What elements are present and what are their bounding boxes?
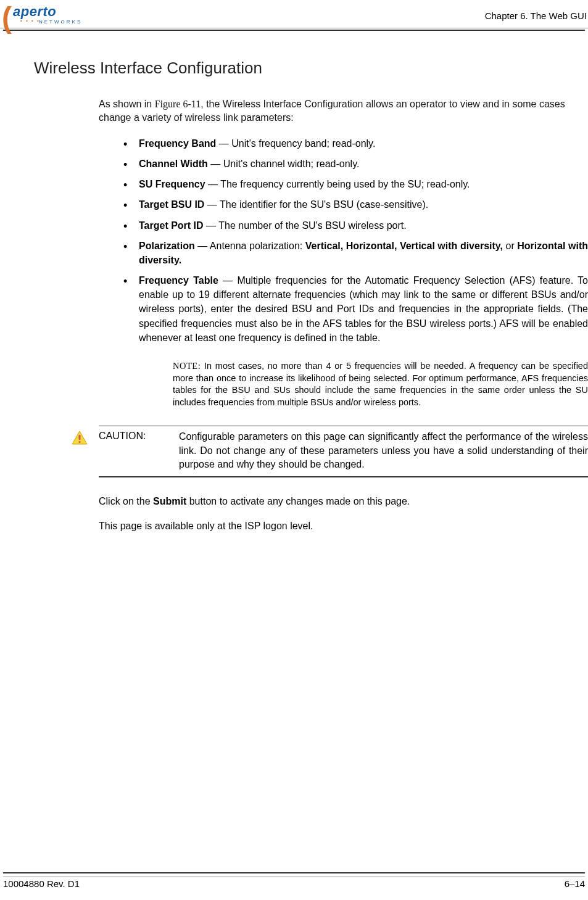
param-name: Target Port ID [139, 220, 204, 231]
page-number: 6–14 [565, 878, 585, 889]
note-block: NOTE: In most cases, no more than 4 or 5… [173, 360, 588, 408]
logo-container: ( aperto • • • • NETWORKS [3, 3, 71, 28]
intro-prefix: As shown in [99, 99, 155, 109]
logo-paren-icon: ( [2, 1, 12, 35]
param-polarization: Polarization — Antenna polarization: Ver… [123, 239, 588, 267]
svg-point-1 [78, 441, 80, 443]
param-name: Target BSU ID [139, 199, 204, 210]
note-text: In most cases, no more than 4 or 5 frequ… [173, 361, 588, 407]
caution-text: Configurable parameters on this page can… [179, 430, 588, 471]
caution-label: CAUTION: [99, 430, 179, 471]
param-desc: — The number of the SU's BSU wireless po… [204, 220, 407, 231]
figure-reference-link[interactable]: Figure 6-11 [155, 99, 201, 109]
param-desc-pre: — Antenna polarization: [195, 241, 305, 251]
param-su-frequency: SU Frequency — The frequency currently b… [123, 177, 588, 191]
intro-paragraph: As shown in Figure 6-11, the Wireless In… [99, 97, 588, 125]
logo-subbrand-text: NETWORKS [39, 19, 82, 25]
param-desc: — Unit's frequency band; read-only. [216, 138, 375, 149]
chapter-label: Chapter 6. [485, 10, 528, 21]
param-frequency-band: Frequency Band — Unit's frequency band; … [123, 136, 588, 151]
submit-pre: Click on the [99, 496, 153, 506]
param-name: SU Frequency [139, 179, 205, 189]
page-header: ( aperto • • • • NETWORKS Chapter 6. The… [0, 0, 588, 28]
note-prefix: NOTE: [173, 361, 201, 371]
aperto-logo: ( aperto • • • • NETWORKS [3, 3, 71, 28]
param-channel-width: Channel Width — Unit's channel width; re… [123, 157, 588, 171]
param-options: Vertical, Horizontal, Vertical with dive… [305, 241, 503, 251]
chapter-breadcrumb: Chapter 6. The Web GUI [485, 3, 588, 21]
caution-block: CAUTION: Configurable parameters on this… [99, 426, 588, 477]
param-name: Polarization [139, 241, 195, 251]
param-desc: — The frequency currently being used by … [205, 179, 470, 189]
doc-id: 10004880 Rev. D1 [3, 878, 80, 889]
param-name: Frequency Band [139, 138, 216, 149]
submit-instruction: Click on the Submit button to activate a… [99, 496, 588, 507]
param-frequency-table: Frequency Table — Multiple frequencies f… [123, 273, 588, 345]
content-area: Wireless Interface Configuration As show… [0, 31, 588, 532]
param-target-bsu-id: Target BSU ID — The identifier for the S… [123, 197, 588, 212]
logo-decor-icon: • • • • [20, 18, 40, 23]
availability-note: This page is available only at the ISP l… [99, 521, 588, 532]
warning-triangle-icon [71, 430, 88, 445]
param-name: Channel Width [139, 159, 208, 169]
footer-rule [3, 872, 585, 873]
chapter-title: The Web GUI [531, 10, 587, 21]
submit-button-name: Submit [153, 496, 186, 506]
section-title: Wireless Interface Configuration [34, 59, 588, 78]
caution-icon-wrap [71, 430, 88, 448]
svg-rect-0 [79, 435, 81, 440]
page-footer: 10004880 Rev. D1 6–14 [3, 877, 585, 889]
param-name: Frequency Table [139, 275, 218, 286]
param-desc-mid: or [503, 241, 517, 251]
param-desc: — Unit's channel width; read-only. [208, 159, 360, 169]
submit-post: button to activate any changes made on t… [186, 496, 410, 506]
parameter-list: Frequency Band — Unit's frequency band; … [123, 136, 588, 345]
param-desc: — The identifier for the SU's BSU (case-… [204, 199, 428, 210]
param-target-port-id: Target Port ID — The number of the SU's … [123, 218, 588, 233]
